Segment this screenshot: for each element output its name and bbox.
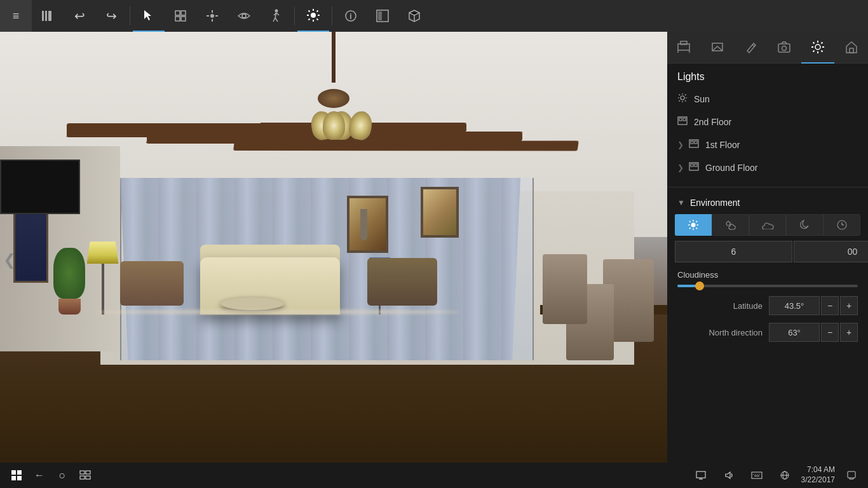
search-button[interactable]: ○ (51, 464, 74, 487)
svg-rect-84 (80, 476, 85, 479)
chandelier (283, 32, 384, 140)
tab-house[interactable] (834, 32, 868, 64)
separator-3 (332, 6, 332, 25)
back-icon: ← (34, 470, 44, 481)
keyboard-display-icon (751, 471, 763, 479)
tab-room[interactable] (701, 32, 735, 64)
keyboard-icon[interactable] (745, 464, 768, 487)
latitude-input[interactable] (769, 296, 820, 315)
svg-rect-86 (696, 471, 705, 478)
view-button[interactable] (228, 0, 260, 32)
light-item-2nd-floor[interactable]: 2nd Floor (667, 111, 868, 133)
svg-rect-4 (181, 11, 186, 15)
svg-rect-54 (679, 118, 682, 121)
svg-point-34 (815, 44, 820, 50)
volume-icon[interactable] (717, 464, 740, 487)
nav-arrow-left[interactable]: ❮ (3, 251, 16, 269)
cloudiness-slider[interactable] (677, 285, 858, 287)
separator-2 (294, 6, 295, 25)
latitude-decrease-button[interactable]: − (821, 296, 839, 315)
back-button[interactable]: ← (28, 464, 51, 487)
svg-line-50 (685, 100, 686, 102)
taskbar: ← ○ (0, 463, 868, 488)
start-button[interactable] (5, 464, 28, 487)
notification-button[interactable] (840, 464, 863, 487)
mode-partly-cloudy[interactable] (712, 214, 749, 236)
svg-line-52 (679, 100, 681, 102)
tab-build[interactable] (667, 32, 701, 64)
edit-button[interactable] (196, 0, 228, 32)
build-tab-icon (677, 40, 691, 54)
north-direction-decrease-button[interactable]: − (821, 323, 839, 342)
language-display-icon (780, 471, 790, 480)
mode-night[interactable] (786, 214, 823, 236)
taskbar-system-area: 7:04 AM 3/22/2017 (689, 464, 863, 487)
light-item-1st-floor[interactable]: ❯ 1st Floor (667, 133, 868, 156)
mode-cloudy[interactable] (749, 214, 786, 236)
svg-line-19 (309, 11, 310, 12)
clock-time: 7:04 AM (801, 465, 835, 475)
threed-icon (407, 9, 421, 23)
svg-rect-83 (86, 471, 90, 474)
info-icon: i (344, 10, 357, 22)
light-item-ground-floor[interactable]: ❯ Ground Floor (667, 156, 868, 179)
redo-button[interactable]: ↪ (95, 0, 127, 32)
svg-point-7 (210, 14, 214, 18)
svg-rect-57 (691, 141, 693, 144)
cloudiness-thumb[interactable] (695, 281, 704, 290)
latitude-row: Latitude − + (667, 292, 868, 319)
select-button[interactable] (133, 0, 165, 32)
camera-tab-icon (777, 40, 791, 54)
svg-rect-6 (181, 17, 186, 21)
svg-line-69 (696, 221, 698, 222)
undo-button[interactable]: ↩ (64, 0, 95, 32)
svg-text:i: i (349, 12, 351, 21)
svg-point-12 (242, 14, 246, 18)
environment-modes (675, 214, 860, 236)
svg-point-71 (726, 222, 730, 226)
expand-icon-1st: ❯ (677, 140, 684, 149)
time-hour-input[interactable]: 6 (675, 241, 792, 262)
light-item-sun-label: Sun (694, 94, 710, 104)
svg-line-67 (689, 221, 691, 222)
floor-light-icon-ground (689, 161, 699, 174)
svg-rect-98 (848, 471, 855, 478)
monitor-icon[interactable] (689, 464, 712, 487)
arrange-button[interactable] (165, 0, 196, 32)
info-button[interactable]: i (335, 0, 367, 32)
svg-rect-2 (48, 11, 51, 21)
sun-light-icon (677, 93, 688, 105)
mode-clear[interactable] (675, 214, 712, 236)
tab-lights[interactable] (801, 32, 835, 64)
sun-button[interactable] (297, 0, 329, 32)
speaker-icon (724, 471, 734, 480)
menu-button[interactable]: ≡ (0, 0, 32, 32)
svg-line-21 (317, 11, 318, 12)
walk-button[interactable] (260, 0, 292, 32)
scene-viewport[interactable]: ❮ (0, 32, 667, 488)
mode-time[interactable] (824, 214, 860, 236)
time-minute-input[interactable]: 00 (794, 241, 868, 262)
north-direction-increase-button[interactable]: + (840, 323, 858, 342)
latitude-increase-button[interactable]: + (840, 296, 858, 315)
tab-paint[interactable] (734, 32, 768, 64)
floor-light-icon-1 (689, 139, 699, 151)
cloudiness-row: Cloudiness (667, 268, 868, 292)
menu-icon: ≡ (13, 10, 20, 23)
svg-rect-85 (86, 476, 90, 479)
light-item-sun[interactable]: Sun (667, 88, 868, 111)
svg-point-62 (691, 223, 696, 227)
language-icon[interactable] (773, 464, 796, 487)
tab-camera[interactable] (768, 32, 801, 64)
north-direction-input[interactable] (769, 323, 820, 342)
lights-title: Lights (667, 71, 868, 88)
svg-rect-78 (11, 470, 16, 475)
svg-rect-82 (80, 471, 85, 474)
svg-rect-79 (17, 470, 22, 475)
clear-day-icon (688, 219, 699, 231)
threed-button[interactable] (398, 0, 430, 32)
task-view-button[interactable] (74, 464, 97, 487)
environment-header[interactable]: ▼ Environment (667, 195, 868, 214)
library-button[interactable] (32, 0, 64, 32)
layout-button[interactable] (367, 0, 398, 32)
